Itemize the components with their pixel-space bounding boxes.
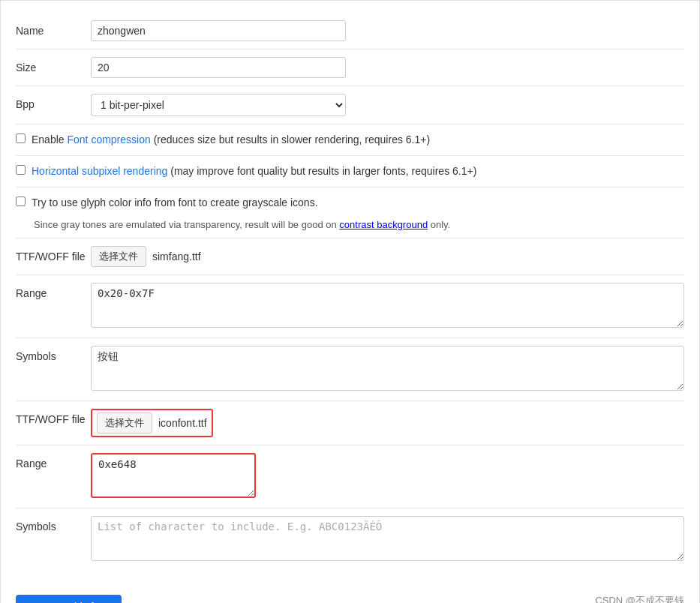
font2-symbols-control	[91, 516, 684, 563]
font1-ttfwoff-control: 选择文件 simfang.ttf	[91, 246, 684, 267]
font1-file-row: 选择文件 simfang.ttf	[91, 246, 684, 267]
footer-row: Remove this font CSDN @不成不要钱	[16, 583, 684, 603]
subpixel-link[interactable]: Horizontal subpixel rendering	[32, 165, 167, 177]
font2-range-label: Range	[16, 453, 91, 470]
glyph-color-text: Try to use glyph color info from font to…	[32, 195, 318, 211]
font-compression-link[interactable]: Font compression	[67, 134, 150, 146]
size-control	[91, 57, 684, 78]
bpp-control: 1 bit-per-pixel 2 bit-per-pixel 4 bit-pe…	[91, 94, 684, 116]
name-input[interactable]	[91, 20, 346, 41]
font2-range-row: Range 0xe648	[16, 446, 684, 508]
size-row: Size	[16, 50, 684, 86]
contrast-background-link[interactable]: contrast background	[339, 219, 428, 230]
remove-font-button[interactable]: Remove this font	[16, 595, 122, 603]
font2-ttfwoff-control: 选择文件 iconfont.ttf	[91, 409, 684, 437]
name-control	[91, 20, 684, 41]
font1-symbols-label: Symbols	[16, 346, 91, 362]
font2-range-control: 0xe648	[91, 453, 684, 500]
font1-ttfwoff-label: TTF/WOFF file	[16, 246, 91, 262]
bpp-row: Bpp 1 bit-per-pixel 2 bit-per-pixel 4 bi…	[16, 86, 684, 124]
glyph-color-subnote: Since gray tones are emulated via transp…	[34, 219, 450, 230]
font1-symbols-row: Symbols 按钮	[16, 338, 684, 401]
font1-range-row: Range 0x20-0x7F	[16, 275, 684, 338]
bpp-label: Bpp	[16, 94, 91, 110]
font1-symbols-input[interactable]: 按钮	[91, 346, 684, 391]
font-compression-checkbox[interactable]	[16, 134, 26, 143]
font2-symbols-label: Symbols	[16, 516, 91, 532]
name-row: Name	[16, 13, 684, 50]
glyph-color-row: Try to use glyph color info from font to…	[16, 188, 684, 238]
size-label: Size	[16, 57, 91, 74]
font2-ttfwoff-label: TTF/WOFF file	[16, 409, 91, 425]
font1-file-name: simfang.ttf	[152, 250, 201, 262]
font2-file-btn[interactable]: 选择文件	[97, 412, 152, 434]
font2-symbols-input[interactable]	[91, 516, 684, 561]
font2-ttfwoff-row: TTF/WOFF file 选择文件 iconfont.ttf	[16, 401, 684, 446]
main-container: Name Size Bpp 1 bit-per-pixel 2 bit-per-…	[0, 0, 700, 603]
watermark: CSDN @不成不要钱	[595, 594, 684, 603]
font2-file-highlight: 选择文件 iconfont.ttf	[91, 409, 213, 437]
size-input[interactable]	[91, 57, 346, 78]
font-compression-row: Enable Font compression (reduces size bu…	[16, 124, 684, 156]
glyph-color-checkbox[interactable]	[16, 196, 26, 206]
font2-file-name: iconfont.ttf	[158, 417, 207, 429]
font-compression-text: Enable Font compression (reduces size bu…	[32, 132, 430, 148]
font1-range-input[interactable]: 0x20-0x7F	[91, 283, 684, 328]
font2-symbols-row: Symbols	[16, 508, 684, 571]
font1-range-label: Range	[16, 283, 91, 299]
font1-symbols-control: 按钮	[91, 346, 684, 393]
name-label: Name	[16, 20, 91, 37]
bpp-select[interactable]: 1 bit-per-pixel 2 bit-per-pixel 4 bit-pe…	[91, 94, 346, 116]
font1-range-control: 0x20-0x7F	[91, 283, 684, 330]
font2-range-input[interactable]: 0xe648	[91, 453, 256, 498]
font1-ttfwoff-row: TTF/WOFF file 选择文件 simfang.ttf	[16, 238, 684, 275]
font1-file-btn[interactable]: 选择文件	[91, 246, 146, 267]
subpixel-checkbox[interactable]	[16, 165, 26, 175]
subpixel-row: Horizontal subpixel rendering (may impro…	[16, 156, 684, 188]
subpixel-text: Horizontal subpixel rendering (may impro…	[32, 164, 476, 179]
